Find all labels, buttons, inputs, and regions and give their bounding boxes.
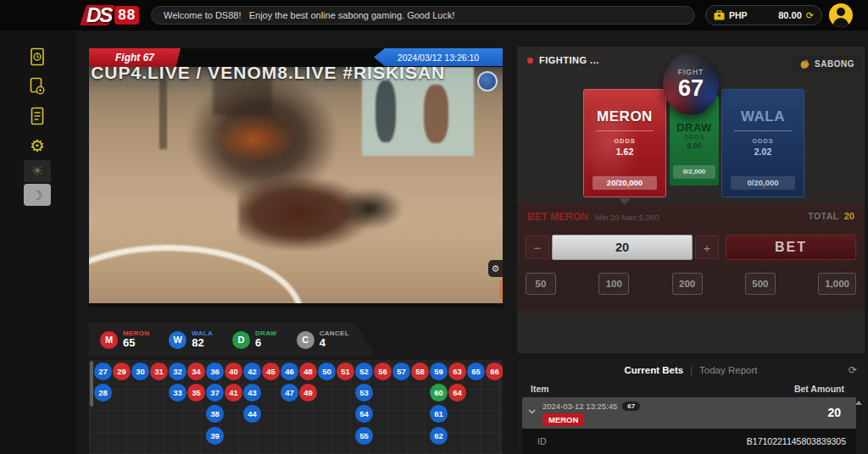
transactions-icon	[29, 77, 46, 96]
live-video-player[interactable]: UCUP4.LIVE / VENOM8.LIVE #RISKISAN ⚙	[89, 67, 503, 307]
chevron-down-icon[interactable]	[528, 409, 536, 414]
top-bar: DS 88 Welcome to DS88! Enjoy the best on…	[0, 0, 868, 30]
rooster-tail-shape	[337, 187, 403, 230]
rules-icon	[30, 107, 45, 125]
wala-card-title: WALA	[722, 108, 804, 125]
fight-number-ball: FIGHT 67	[663, 53, 719, 115]
bet-side-badge: MERON	[542, 413, 584, 426]
ds88-logo[interactable]: DS 88	[86, 2, 139, 29]
trend-circle: 48	[299, 363, 317, 380]
video-timestamp-badge: 2024/03/12 13:26:10	[374, 48, 503, 66]
bets-refresh-icon[interactable]: ⟳	[849, 364, 857, 376]
draw-stat-value: 6	[255, 337, 277, 350]
sidebar-item-bet-history[interactable]	[24, 44, 51, 69]
trend-circle: 59	[430, 363, 448, 380]
trend-circle: 46	[281, 363, 298, 380]
cancel-stat-icon: C	[297, 331, 314, 349]
chip-500[interactable]: 500	[745, 273, 776, 295]
meron-odds-label: ODDS	[584, 137, 665, 145]
trend-circle: 54	[355, 405, 373, 423]
chip-50[interactable]: 50	[526, 273, 556, 295]
welcome-marquee: Welcome to DS88! Enjoy the best online s…	[151, 6, 695, 25]
chip-200[interactable]: 200	[672, 273, 703, 295]
bets-scroll-up-arrow[interactable]	[855, 401, 862, 405]
theme-dark-toggle[interactable]: ☽	[24, 184, 51, 206]
wala-odds-label: ODDS	[722, 137, 804, 145]
trend-circle: 41	[225, 384, 242, 401]
trend-circle: 42	[243, 363, 261, 380]
trend-circle: 43	[243, 384, 261, 401]
trend-circle: 57	[392, 363, 410, 380]
trend-circle: 52	[355, 363, 373, 380]
selected-side-pointer	[619, 198, 631, 205]
trend-circle: 27	[94, 363, 112, 380]
sun-icon: ☀	[31, 164, 43, 178]
trend-circle: 62	[430, 427, 448, 445]
quick-chip-row: 50 100 200 500 1,000	[526, 273, 856, 295]
tab-current-bets[interactable]: Current Bets	[625, 365, 684, 375]
trend-circle: 38	[206, 405, 224, 423]
trend-circle: 47	[281, 384, 298, 401]
sidebar-item-transactions[interactable]	[24, 74, 51, 99]
wala-pool-amount: 0/20,000	[731, 176, 796, 190]
fight-status-text: FIGHTING ...	[539, 55, 599, 65]
bet-id-value: B1710221145803839305	[747, 436, 846, 446]
video-settings-tab[interactable]: ⚙	[488, 260, 503, 277]
balance-refresh-icon[interactable]: ⟳	[806, 11, 814, 20]
sidebar-item-rules[interactable]	[24, 103, 51, 129]
wallet-balance[interactable]: PHP 80.00 ⟳	[705, 5, 822, 25]
trend-circle: 34	[187, 363, 205, 380]
bet-history-icon	[29, 47, 46, 66]
trend-circle: 56	[374, 363, 392, 380]
video-settings-gear-icon: ⚙	[492, 263, 500, 274]
bet-record-row[interactable]: 2024-03-12 13:25:45 67 MERON 20	[522, 397, 856, 429]
wala-card-divider	[734, 130, 791, 131]
trend-circle: 53	[355, 384, 373, 401]
trend-circle: 36	[206, 363, 224, 380]
avatar-head	[837, 8, 845, 16]
bet-id-label: ID	[537, 436, 547, 446]
meron-card-title: MERON	[584, 108, 665, 125]
stat-meron: M MERON 65	[100, 329, 149, 350]
user-avatar[interactable]	[829, 3, 853, 27]
bet-button[interactable]: BET	[726, 235, 856, 260]
trend-circle: 58	[411, 363, 429, 380]
game-type-label: SABONG	[815, 59, 854, 69]
chip-1000[interactable]: 1,000	[818, 273, 856, 295]
draw-odds-label: ODDS	[670, 134, 719, 140]
stream-watermark: UCUP4.LIVE / VENOM8.LIVE #RISKISAN	[89, 67, 445, 83]
trend-circle: 64	[448, 384, 466, 401]
decrease-amount-button[interactable]: −	[526, 235, 549, 259]
game-type-badge[interactable]: SABONG	[793, 55, 861, 72]
stream-logo-badge	[477, 71, 498, 91]
theme-light-toggle[interactable]: ☀	[24, 160, 51, 182]
trend-circle: 65	[467, 363, 485, 380]
meron-stat-icon: M	[100, 331, 118, 349]
avatar-body	[833, 18, 849, 27]
trend-scrollbar[interactable]	[90, 361, 93, 407]
col-item-header: Item	[531, 384, 549, 394]
tab-divider: |	[690, 365, 693, 375]
bet-amount-input[interactable]: 20	[552, 235, 693, 260]
wala-bet-card[interactable]: WALA ODDS 2.02 0/20,000	[721, 89, 804, 197]
meron-bet-card[interactable]: MERON ODDS 1.62 20/20,000	[583, 89, 666, 197]
draw-card-title: DRAW	[670, 121, 719, 134]
chip-100[interactable]: 100	[598, 273, 629, 295]
meron-odds-value: 1.62	[584, 147, 665, 157]
trend-circle: 44	[243, 405, 261, 423]
bet-timestamp: 2024-03-12 13:25:45	[542, 401, 617, 411]
trend-circle: 39	[206, 427, 224, 445]
sidebar-item-settings[interactable]: ⚙	[24, 133, 51, 158]
video-edge-detail	[499, 280, 503, 299]
fight-ball-number: 67	[678, 76, 704, 100]
bet-id-row: ID B1710221145803839305	[522, 429, 856, 454]
balance-value: 80.00	[778, 10, 802, 20]
increase-amount-button[interactable]: +	[695, 235, 719, 259]
tab-today-report[interactable]: Today Report	[699, 365, 757, 375]
settings-gear-icon: ⚙	[30, 137, 45, 154]
draw-stat-icon: D	[232, 331, 250, 349]
stat-cancel: C CANCEL 4	[297, 329, 349, 350]
trend-circle: 66	[486, 363, 503, 380]
trend-circle: 32	[169, 363, 186, 380]
draw-odds-value: 8.00	[670, 141, 719, 150]
